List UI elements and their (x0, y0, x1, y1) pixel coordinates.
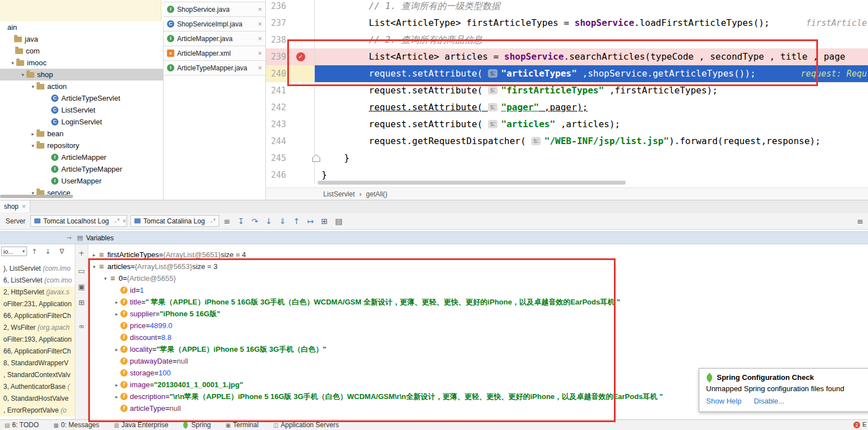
frame-row[interactable]: oFilter:231, Application (0, 298, 75, 310)
step-over-icon[interactable]: ↷ (251, 217, 258, 226)
gutter-line-245[interactable]: 245 (266, 150, 315, 167)
tree-item-repository[interactable]: ▾repository (0, 140, 163, 151)
chevron-icon[interactable]: ▸ (113, 382, 120, 388)
gutter-line-246[interactable]: 246 (266, 167, 315, 183)
filter-icon[interactable]: ∇ (60, 248, 64, 256)
gutter-line-243[interactable]: 243 (266, 116, 315, 133)
thread-dropdown[interactable]: io... ▾ (1, 247, 27, 256)
tree-item-listservlet[interactable]: CListServlet (0, 104, 163, 116)
tree-item-shop[interactable]: ▾shop (0, 69, 163, 80)
frame-row[interactable]: , StandardContextValv (0, 369, 75, 381)
gutter-line-239[interactable]: 239✓ (266, 48, 315, 65)
code-text[interactable]: // 2. 查询所有的商品信息 (315, 32, 868, 48)
copy-icon[interactable]: ▣ (75, 283, 88, 291)
breadcrumb-method[interactable]: getAll() (366, 190, 387, 198)
code-text[interactable]: // 1. 查询所有的一级类型数据 (315, 0, 868, 15)
tree-item-loginservlet[interactable]: CLoginServlet (0, 116, 163, 128)
force-step-into-icon[interactable]: ⇓ (279, 217, 286, 226)
code-editor[interactable]: 236// 1. 查询所有的一级类型数据237List<ArticleType>… (266, 0, 868, 187)
variable-row[interactable]: ▸≡firstArticleTypes = {ArrayList@5651} s… (88, 249, 868, 261)
chevron-icon[interactable]: ▾ (91, 264, 98, 270)
code-text[interactable]: request.setAttribute( s:"articles" ,arti… (315, 116, 868, 133)
mute-breakpoints-icon[interactable]: ▤ (335, 217, 342, 226)
chevron-icon[interactable]: ▸ (113, 299, 120, 305)
gutter-line-242[interactable]: 242 (266, 99, 315, 116)
status-item-application-servers[interactable]: ◫Application Servers (273, 421, 339, 429)
tool-window-tab-shop[interactable]: shop × (0, 200, 30, 213)
editor-scrollbar[interactable] (318, 181, 626, 185)
code-text[interactable]: } (315, 150, 868, 167)
tree-item-ain[interactable]: ain (0, 21, 163, 33)
console-tab-tomcat-localhost-log[interactable]: Tomcat Localhost Log→*× (30, 215, 127, 227)
console-settings-icon[interactable]: ≡ (857, 217, 864, 226)
frame-row[interactable]: 0, StandardHostValve (0, 393, 75, 405)
step-out-icon[interactable]: ↑ (293, 217, 300, 226)
gutter-line-241[interactable]: 241 (266, 82, 315, 99)
show-execution-point-icon[interactable]: ↧ (238, 217, 245, 226)
variable-row[interactable]: fprice = 4899.0 (88, 320, 868, 332)
gutter-line-240[interactable]: 240 (266, 65, 315, 82)
grid-icon[interactable]: ⊞ (75, 298, 88, 307)
close-tab-icon[interactable]: × (257, 20, 262, 28)
close-tab-icon[interactable]: × (123, 217, 126, 225)
status-item-spring[interactable]: Spring (183, 421, 211, 429)
close-tab-icon[interactable]: × (257, 34, 262, 43)
gutter-line-244[interactable]: 244 (266, 133, 315, 150)
close-tab-icon[interactable]: × (257, 64, 262, 72)
frame-row[interactable]: ), ListServlet (com.imo (0, 263, 75, 275)
frame-up-icon[interactable]: ↑ (31, 248, 37, 256)
close-tab-icon[interactable]: × (218, 217, 219, 225)
chevron-icon[interactable]: ▸ (113, 394, 120, 400)
code-text[interactable]: request.getRequestDispatcher( s:"/WEB-IN… (315, 133, 868, 150)
show-help-link[interactable]: Show Help (706, 397, 742, 405)
editor-tab-shopserviceimpl-java[interactable]: CShopServiceImpl.java× (164, 17, 265, 32)
disable-link[interactable]: Disable... (754, 397, 784, 405)
add-watch-icon[interactable]: + (75, 249, 88, 257)
tree-item-articletypemapper[interactable]: IArticleTypeMapper (0, 163, 163, 175)
editor-tab-articlemapper-java[interactable]: IArticleMapper.java× (164, 32, 265, 46)
close-tab-icon[interactable]: × (257, 49, 262, 57)
status-item-6-todo[interactable]: ▤6: TODO (4, 421, 39, 429)
code-text[interactable]: List<ArticleType> firstArticleTypes = sh… (315, 15, 868, 32)
variable-row[interactable]: ▸ftitle = " 苹果（APPLE）iPhone 5 16G版 3G手机（… (88, 296, 868, 308)
gutter-line-238[interactable]: 238 (266, 32, 315, 48)
error-badge[interactable]: 2 (853, 422, 860, 428)
code-text[interactable]: request.setAttribute( s:"articleTypes" ,… (315, 65, 868, 82)
snapshot-icon[interactable]: ▭ (75, 267, 88, 275)
frame-row[interactable]: 66, ApplicationFilterCh (0, 346, 75, 357)
frame-row[interactable]: oFilter:193, Application (0, 334, 75, 346)
breadcrumb-class[interactable]: ListServlet (323, 190, 355, 198)
tree-item-bean[interactable]: ▸bean (0, 128, 163, 140)
code-text[interactable]: request.setAttribute( s:"firstArticleTyp… (315, 82, 868, 99)
frame-down-icon[interactable]: ↓ (45, 248, 51, 256)
tree-item-articletypeservlet[interactable]: CArticleTypeServlet (0, 92, 163, 104)
tree-item-imooc[interactable]: ▾imooc (0, 57, 163, 69)
editor-tab-articletypemapper-java[interactable]: IArticleTypeMapper.java× (164, 61, 265, 75)
tree-item-action[interactable]: ▾action (0, 80, 163, 92)
view-breakpoints-icon[interactable]: ⊞ (321, 217, 328, 226)
variable-row[interactable]: ▾≡articles = {ArrayList@5653} size = 3 (88, 261, 868, 272)
project-scrollbar[interactable] (0, 195, 73, 198)
editor-tab-shopservice-java[interactable]: IShopService.java× (164, 2, 265, 17)
frame-row[interactable]: 6, ListServlet (com.imo (0, 275, 75, 286)
frame-row[interactable]: 2, WsFilter (org.apach (0, 322, 75, 334)
console-tab-tomcat-catalina-log[interactable]: Tomcat Catalina Log→*× (130, 215, 219, 227)
dock-icon[interactable]: → (66, 234, 71, 241)
editor-tab-articlemapper-xml[interactable]: xArticleMapper.xml× (164, 46, 265, 61)
step-into-icon[interactable]: ↓ (265, 217, 272, 226)
status-item-terminal[interactable]: ▣Terminal (225, 421, 259, 429)
chevron-icon[interactable]: ▸ (91, 252, 98, 258)
tree-item-usermapper[interactable]: IUserMapper (0, 175, 163, 187)
tree-item-articlemapper[interactable]: IArticleMapper (0, 151, 163, 163)
close-icon[interactable]: × (22, 203, 26, 210)
status-item-0-messages[interactable]: ▦0: Messages (53, 421, 100, 429)
gutter-line-237[interactable]: 237 (266, 15, 315, 32)
frame-row[interactable]: 66, ApplicationFilterCh (0, 310, 75, 322)
status-item-java-enterprise[interactable]: ▥Java Enterprise (114, 421, 169, 429)
frame-row[interactable]: 2, HttpServlet (javax.s (0, 286, 75, 298)
chevron-icon[interactable]: ▾ (102, 276, 109, 281)
run-to-cursor-icon[interactable]: ↦ (307, 217, 314, 226)
code-text[interactable]: List<Article> articles = shopService.sea… (315, 48, 868, 65)
frame-row[interactable]: , ErrorReportValve (o (0, 405, 75, 416)
variable-row[interactable]: fdiscount = 8.8 (88, 332, 868, 343)
